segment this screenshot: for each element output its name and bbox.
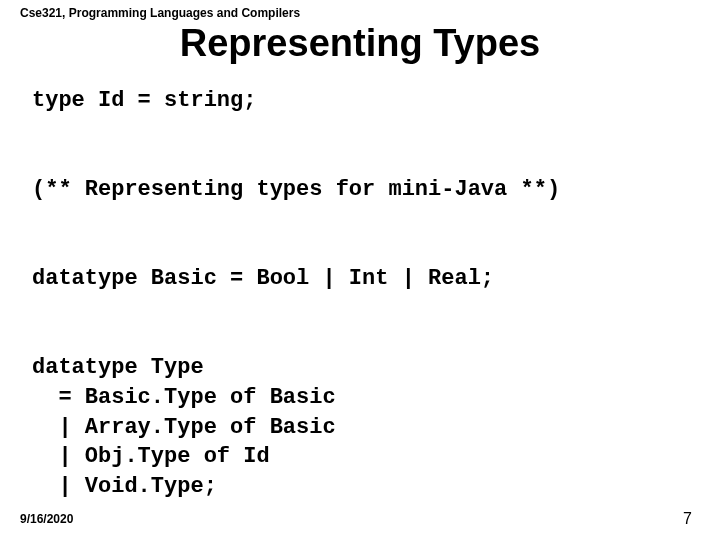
code-line: datatype Basic = Bool | Int | Real; [32,266,494,291]
slide: Cse321, Programming Languages and Compil… [0,0,720,540]
footer-date: 9/16/2020 [20,512,73,526]
code-block: type Id = string; (** Representing types… [32,86,688,502]
code-line: | Void.Type; [32,474,217,499]
code-line: datatype Type [32,355,204,380]
course-header: Cse321, Programming Languages and Compil… [20,6,300,20]
code-line: = Basic.Type of Basic [32,385,336,410]
code-line: | Obj.Type of Id [32,444,270,469]
footer-page-number: 7 [683,510,692,528]
code-line: type Id = string; [32,88,256,113]
code-line: (** Representing types for mini-Java **) [32,177,560,202]
slide-title: Representing Types [0,22,720,65]
code-line: | Array.Type of Basic [32,415,336,440]
